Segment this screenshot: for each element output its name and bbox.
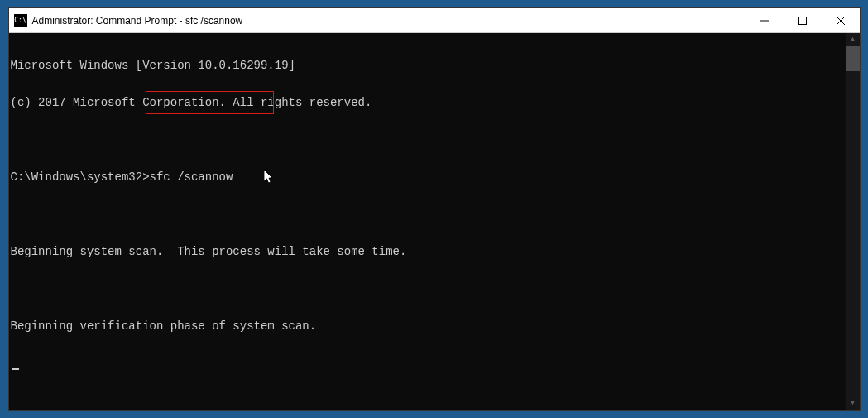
text-cursor	[12, 368, 19, 370]
window-title: Administrator: Command Prompt - sfc /sca…	[32, 15, 746, 26]
minimize-icon	[760, 17, 769, 25]
terminal-blank-line	[11, 209, 858, 221]
terminal-prompt-line: C:\Windows\system32>sfc /scannow	[11, 171, 858, 184]
terminal-blank-line	[11, 283, 858, 295]
minimize-button[interactable]	[746, 8, 784, 32]
cmd-icon: C:\	[14, 14, 27, 27]
close-button[interactable]	[822, 8, 860, 32]
typed-command: sfc /scannow	[150, 171, 233, 184]
terminal-output-line: Beginning system scan. This process will…	[11, 246, 858, 258]
maximize-button[interactable]	[784, 8, 822, 32]
command-prompt-window: C:\ Administrator: Command Prompt - sfc …	[8, 7, 861, 411]
scrollbar-thumb[interactable]	[846, 46, 860, 71]
vertical-scrollbar[interactable]: ▲ ▼	[846, 33, 860, 410]
maximize-icon	[798, 17, 807, 25]
scroll-up-arrow-icon[interactable]: ▲	[846, 33, 860, 46]
terminal-cursor-line	[11, 358, 858, 370]
prompt-path: C:\Windows\system32>	[11, 171, 150, 184]
terminal-blank-line	[11, 134, 858, 147]
titlebar[interactable]: C:\ Administrator: Command Prompt - sfc …	[9, 8, 860, 33]
close-icon	[837, 17, 845, 25]
terminal-output-line: (c) 2017 Microsoft Corporation. All righ…	[11, 97, 858, 109]
terminal-area[interactable]: Microsoft Windows [Version 10.0.16299.19…	[9, 33, 860, 410]
scroll-down-arrow-icon[interactable]: ▼	[846, 396, 860, 410]
titlebar-controls	[746, 8, 860, 32]
svg-rect-1	[798, 17, 806, 24]
terminal-output-line: Beginning verification phase of system s…	[11, 320, 858, 333]
terminal-output-line: Microsoft Windows [Version 10.0.16299.19…	[11, 60, 858, 72]
